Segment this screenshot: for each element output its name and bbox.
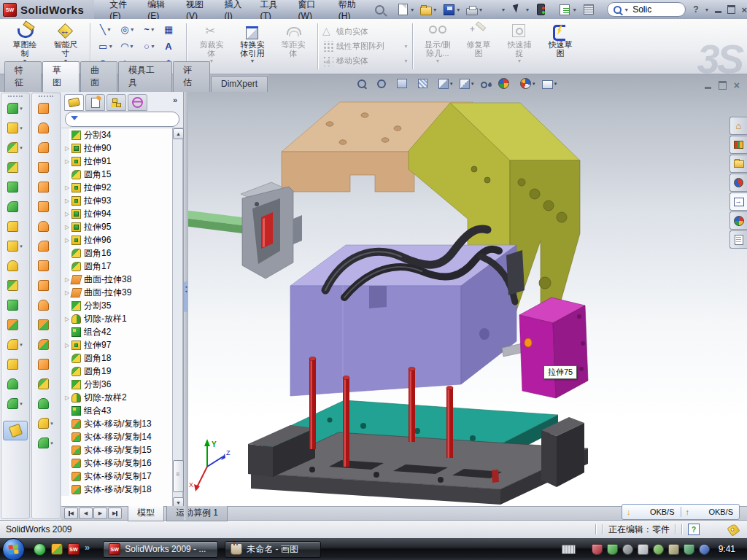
instant3d-button[interactable]: [3, 421, 28, 440]
显示/删 除几...[interactable]: 显示/删 除几... ▼: [417, 20, 458, 72]
swept-surface-icon[interactable]: ▼: [32, 98, 60, 118]
expander-icon[interactable]: ▷: [63, 237, 71, 244]
panel-splitter[interactable]: ◂◂: [184, 92, 188, 520]
sketch-entity-icon[interactable]: ╲: [100, 25, 106, 35]
taskbar-clock[interactable]: 9:41: [719, 544, 735, 554]
extruded-surface-icon[interactable]: ▼: [32, 138, 60, 158]
tab-dimxpertmanager[interactable]: [128, 94, 147, 111]
未命名 - 画图[interactable]: 未命名 - 画图: [225, 541, 321, 558]
expander-icon[interactable]: ▷: [63, 276, 71, 283]
dropdown-caret-icon[interactable]: ▼: [410, 7, 415, 12]
sketch-entity-button[interactable]: ○ ▼: [139, 38, 160, 55]
feature-movecopy14[interactable]: ▷ 实体-移动/复制14: [61, 430, 172, 443]
sketch-entity-button[interactable]: ~ ▼: [139, 21, 160, 38]
graphics-viewport[interactable]: Y Z X ▼ ▼ ▼: [184, 74, 747, 506]
expander-icon[interactable]: ▷: [63, 158, 71, 165]
dropdown-caret-icon[interactable]: ▼: [19, 343, 23, 347]
feature-surface-extrude38[interactable]: ▷ 曲面-拉伸38: [61, 273, 172, 286]
dropdown-caret-icon[interactable]: ▼: [471, 82, 475, 86]
sketch-entity-icon[interactable]: ▭: [98, 42, 107, 52]
dropdown-caret-icon[interactable]: ▼: [250, 58, 255, 63]
home-icon[interactable]: ⌂: [729, 117, 747, 135]
特征[interactable]: 特征: [4, 61, 42, 92]
feature-split36[interactable]: ▷ 分割36: [61, 378, 172, 391]
plane-icon[interactable]: ▼: [1, 354, 29, 374]
feature-extrude95[interactable]: ▷ 拉伸95: [61, 220, 172, 233]
rebuild-icon[interactable]: [537, 4, 545, 15]
feature-extrude90[interactable]: ▷ 拉伸90: [61, 141, 172, 155]
antivirus-shield-icon[interactable]: [592, 544, 603, 555]
tab-configurationmanager[interactable]: [107, 94, 126, 111]
last-tab-button[interactable]: ▶: [108, 508, 122, 519]
feature-extrude97[interactable]: ▷ 拉伸97: [61, 338, 172, 351]
sketch-entity-icon[interactable]: A: [165, 42, 171, 52]
scrollbar-thumb[interactable]: [173, 460, 184, 492]
expander-icon[interactable]: ▷: [63, 145, 71, 152]
section-view-icon[interactable]: ▼: [418, 79, 433, 88]
expander-icon[interactable]: ▷: [63, 198, 71, 204]
feature-split34[interactable]: ▷ 分割34: [61, 128, 172, 141]
sketch-entity-icon[interactable]: ▦: [164, 25, 173, 35]
fillet-icon[interactable]: ▼: [1, 138, 29, 158]
expander-icon[interactable]: ▷: [63, 316, 71, 322]
filled-surface-icon[interactable]: ▼: [32, 394, 60, 413]
open-icon[interactable]: [420, 7, 432, 15]
feature-extrude92[interactable]: ▷ 拉伸92: [61, 181, 172, 194]
quick-launch-chevron-icon[interactable]: »: [85, 542, 90, 553]
save-icon[interactable]: [444, 4, 454, 15]
feature-fillet16[interactable]: ▷ 圆角16: [61, 246, 172, 260]
doc-close-button[interactable]: ×: [734, 79, 740, 91]
feature-movecopy17[interactable]: ▷ 实体-移动/复制17: [61, 470, 172, 483]
appearances-icon[interactable]: [729, 211, 747, 230]
sketch-entity-button[interactable]: ╲ ▼: [95, 21, 117, 38]
select-cursor-icon[interactable]: [511, 4, 523, 15]
移动实体[interactable]: 移动实体 ▼: [322, 55, 409, 68]
feature-combine43[interactable]: ▷ 组合43: [61, 404, 172, 417]
tags-icon[interactable]: [727, 523, 740, 536]
等距实 体[interactable]: 等距实 体 ▼: [273, 20, 314, 72]
tab-featuremanager-tree[interactable]: [64, 94, 84, 111]
feature-extrude91[interactable]: ▷ 拉伸91: [61, 155, 172, 168]
dropdown-caret-icon[interactable]: ▼: [129, 44, 134, 49]
expander-icon[interactable]: ▷: [63, 211, 71, 217]
dropdown-caret-icon[interactable]: ▼: [19, 126, 23, 131]
feature-fillet18[interactable]: ▷ 圆角18: [61, 351, 172, 365]
chamfer-icon[interactable]: ▼: [1, 158, 29, 177]
tree-filter-input[interactable]: [65, 112, 179, 127]
feature-extrude96[interactable]: ▷ 拉伸96: [61, 233, 172, 246]
feature-fillet17[interactable]: ▷ 圆角17: [61, 260, 172, 273]
expander-icon[interactable]: ▷: [63, 289, 71, 296]
offset-surface-icon[interactable]: ▼: [32, 217, 60, 236]
tab-propertymanager[interactable]: [85, 94, 105, 111]
split-icon[interactable]: ▼: [1, 276, 29, 295]
wrap-icon[interactable]: ▼: [1, 197, 29, 217]
spline-icon[interactable]: ▼: [1, 394, 29, 413]
曲面[interactable]: 曲面: [80, 61, 117, 92]
print-icon[interactable]: [466, 8, 478, 15]
new-document-icon[interactable]: [398, 4, 408, 15]
knit-surface-icon[interactable]: ▼: [32, 295, 60, 315]
restore-button[interactable]: [727, 5, 735, 14]
part-handle-bar[interactable]: [184, 210, 242, 233]
dropdown-caret-icon[interactable]: ▼: [150, 44, 155, 49]
dropdown-caret-icon[interactable]: ▼: [403, 58, 409, 63]
draft-icon[interactable]: ▼: [1, 217, 29, 236]
SolidWorks 2009 - ...[interactable]: SW SolidWorks 2009 - ...: [103, 541, 218, 558]
tabs-overflow-button[interactable]: »: [170, 94, 180, 109]
dropdown-caret-icon[interactable]: ▼: [130, 27, 135, 32]
dropdown-caret-icon[interactable]: ▼: [19, 106, 23, 111]
toolbar-grip[interactable]: [39, 96, 53, 97]
dropdown-caret-icon[interactable]: ▼: [517, 58, 522, 63]
草图[interactable]: 草图: [42, 61, 80, 92]
reference-geometry-icon[interactable]: ▼: [32, 413, 60, 433]
file-properties-icon[interactable]: [584, 4, 594, 15]
expander-icon[interactable]: ▷: [63, 394, 71, 401]
network-warning-icon[interactable]: [668, 544, 679, 555]
close-button[interactable]: ×: [741, 4, 747, 15]
feature-extrude93[interactable]: ▷ 拉伸93: [61, 194, 172, 207]
zoom-fit-icon[interactable]: ▼: [357, 79, 371, 88]
view-settings-icon[interactable]: ▼: [542, 79, 558, 89]
dropdown-caret-icon[interactable]: ▼: [501, 7, 506, 12]
untrim-surface-icon[interactable]: ▼: [32, 335, 60, 354]
network-speed-widget[interactable]: ↓ OKB/S ↑ OKB/S: [622, 504, 740, 520]
